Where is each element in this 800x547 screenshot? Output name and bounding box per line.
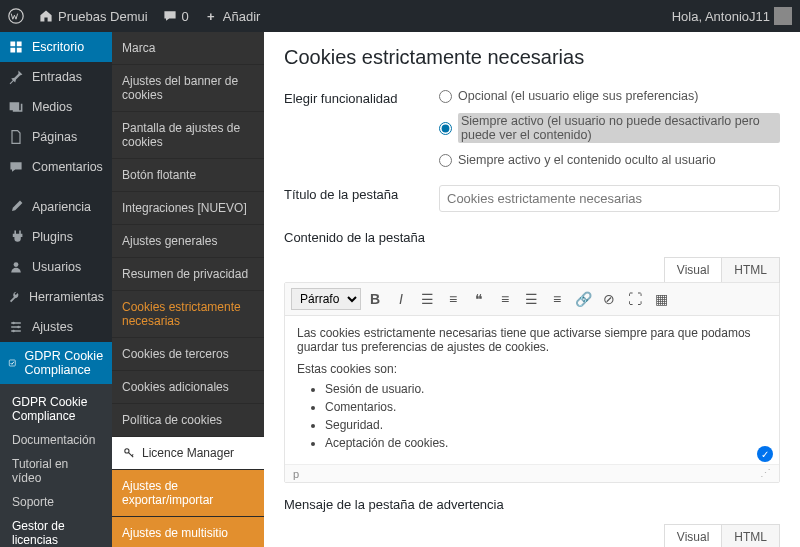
settings-item-5[interactable]: Ajustes generales [112,225,264,258]
settings-item-12[interactable]: Ajustes de exportar/importar [112,470,264,517]
settings-item-8[interactable]: Cookies de terceros [112,338,264,371]
sidebar-item-2[interactable]: Medios [0,92,112,122]
home-icon [38,8,54,24]
check-icon [8,355,17,371]
comment-icon [8,159,24,175]
tab-html[interactable]: HTML [722,257,780,283]
page-title: Cookies estrictamente necesarias [284,46,780,69]
plugin-icon [8,229,24,245]
svg-point-4 [12,330,14,332]
settings-item-7[interactable]: Cookies estrictamente necesarias [112,291,264,338]
list-item: Sesión de usuario. [325,382,767,396]
editor-path: p [293,468,299,480]
svg-point-3 [17,326,19,328]
sidebar-item-10[interactable]: GDPR Cookie Compliance [0,342,112,384]
settings-item-2[interactable]: Pantalla de ajustes de cookies [112,112,264,159]
sidebar-item-7[interactable]: Usuarios [0,252,112,282]
resize-handle-icon[interactable]: ⋰ [760,467,771,480]
sidebar-item-0[interactable]: Escritorio [0,32,112,62]
tools-icon [8,289,21,305]
tab-html-2[interactable]: HTML [722,524,780,547]
list-item: Comentarios. [325,400,767,414]
tab-title-label: Título de la pestaña [284,185,439,212]
pin-icon [8,69,24,85]
avatar [774,7,792,25]
plus-icon: + [203,8,219,24]
media-icon [8,99,24,115]
tab-visual-2[interactable]: Visual [664,524,722,547]
comment-icon [162,8,178,24]
check-badge-icon: ✓ [757,446,773,462]
key-icon [122,446,136,460]
settings-item-1[interactable]: Ajustes del banner de cookies [112,65,264,112]
sidebar-item-5[interactable]: Apariencia [0,192,112,222]
settings-item-4[interactable]: Integraciones [NUEVO] [112,192,264,225]
site-name[interactable]: Pruebas Demui [38,8,148,24]
page-icon [8,129,24,145]
settings-item-6[interactable]: Resumen de privacidad [112,258,264,291]
submenu-title: GDPR Cookie Compliance [0,390,112,428]
settings-icon [8,319,24,335]
settings-item-0[interactable]: Marca [112,32,264,65]
warn-label: Mensaje de la pestaña de advertencia [284,497,780,512]
submenu-item-3[interactable]: Gestor de licencias [0,514,112,547]
radio-option-2[interactable]: Siempre activo y el contenido oculto al … [439,153,780,167]
alignc-button[interactable]: ☰ [519,287,543,311]
unlink-button[interactable]: ⊘ [597,287,621,311]
italic-button[interactable]: I [389,287,413,311]
settings-item-11[interactable]: Licence Manager [112,437,264,470]
brush-icon [8,199,24,215]
settings-item-13[interactable]: Ajustes de multisitio [112,517,264,547]
tab-visual[interactable]: Visual [664,257,722,283]
list-item: Aceptación de cookies. [325,436,767,450]
ol-button[interactable]: ≡ [441,287,465,311]
editor-1: PárrafoBI☰≡❝≡☰≡🔗⊘⛶▦ Las cookies estricta… [284,282,780,483]
list-item: Seguridad. [325,418,767,432]
radio-option-1[interactable]: Siempre activo (el usuario no puede desa… [439,113,780,143]
svg-rect-5 [9,360,15,366]
fullscreen-button[interactable]: ⛶ [623,287,647,311]
dashboard-icon [8,39,24,55]
bold-button[interactable]: B [363,287,387,311]
settings-item-9[interactable]: Cookies adicionales [112,371,264,404]
sidebar-item-9[interactable]: Ajustes [0,312,112,342]
settings-item-10[interactable]: Política de cookies [112,404,264,437]
editor-tabs-1: Visual HTML [284,257,780,283]
editor-tabs-2: Visual HTML [284,524,780,547]
svg-point-2 [12,322,14,324]
kitchen-button[interactable]: ▦ [649,287,673,311]
sidebar-item-1[interactable]: Entradas [0,62,112,92]
site-name-text: Pruebas Demui [58,9,148,24]
quote-button[interactable]: ❝ [467,287,491,311]
radio-option-0[interactable]: Opcional (el usuario elige sus preferenc… [439,89,780,103]
tab-title-input[interactable] [439,185,780,212]
submenu-item-2[interactable]: Soporte [0,490,112,514]
comments-count[interactable]: 0 [162,8,189,24]
svg-point-1 [14,262,19,267]
content-label: Contenido de la pestaña [284,230,780,245]
users-icon [8,259,24,275]
sidebar-item-4[interactable]: Comentarios [0,152,112,182]
settings-item-3[interactable]: Botón flotante [112,159,264,192]
sidebar-item-8[interactable]: Herramientas [0,282,112,312]
svg-point-0 [9,9,23,23]
editor-body-1[interactable]: Las cookies estrictamente necesarias tie… [285,316,779,464]
ul-button[interactable]: ☰ [415,287,439,311]
functionality-label: Elegir funcionalidad [284,89,439,167]
alignl-button[interactable]: ≡ [493,287,517,311]
sidebar-item-3[interactable]: Páginas [0,122,112,152]
add-new[interactable]: +Añadir [203,8,261,24]
sidebar-item-6[interactable]: Plugins [0,222,112,252]
link-button[interactable]: 🔗 [571,287,595,311]
submenu-item-1[interactable]: Tutorial en vídeo [0,452,112,490]
submenu-item-0[interactable]: Documentación [0,428,112,452]
format-select[interactable]: Párrafo [291,288,361,310]
user-greeting[interactable]: Hola, AntonioJ11 [672,7,792,25]
alignr-button[interactable]: ≡ [545,287,569,311]
wp-logo[interactable] [8,8,24,24]
